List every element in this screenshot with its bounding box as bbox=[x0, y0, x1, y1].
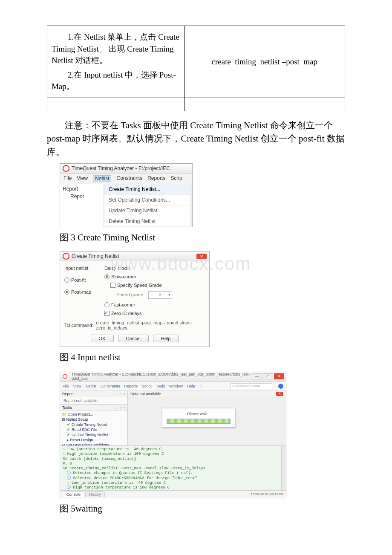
speed-grade-row: Speed grade: 3 bbox=[116, 291, 205, 299]
figure-4: Create Timing Netlist ✕ Input netlist Po… bbox=[60, 251, 210, 347]
fig5-main-pane: Data not available ✕ Please wait... bbox=[128, 391, 286, 445]
checkbox-icon bbox=[104, 311, 110, 316]
task-reset-design[interactable]: ▸ Reset Design bbox=[67, 437, 127, 442]
menu-constraints[interactable]: Constraints bbox=[101, 384, 120, 388]
fig5-menubar: File View Netlist Constraints Reports Sc… bbox=[60, 382, 286, 391]
clock-icon bbox=[63, 165, 69, 172]
progress-bar bbox=[167, 419, 231, 424]
figure-3-caption: 图 3 Create Timing Netlist bbox=[60, 231, 345, 243]
figure-3: TimeQuest Timing Analyzer - E:/project/I… bbox=[60, 163, 193, 227]
menu-item-create-timing-netlist[interactable]: Create Timing Netlist... bbox=[104, 184, 190, 195]
menu-reports[interactable]: Reports bbox=[124, 384, 138, 388]
delay-model-label: Delay model bbox=[104, 266, 205, 271]
fig3-report-header: Report bbox=[63, 186, 101, 192]
post-map-label: Post-map bbox=[71, 289, 91, 295]
menu-script[interactable]: Script bbox=[142, 384, 152, 388]
menu-netlist[interactable]: Netlist bbox=[86, 384, 96, 388]
cancel-button[interactable]: Cancel bbox=[118, 335, 149, 342]
table-empty-right bbox=[184, 98, 345, 111]
task-create-timing-netlist[interactable]: ✔Create Timing Netlist bbox=[67, 422, 127, 427]
radio-fast-corner[interactable]: Fast-corner bbox=[104, 302, 205, 307]
menu-file[interactable]: File bbox=[63, 384, 69, 388]
console-line: Low junction temperature is -40 degrees … bbox=[63, 447, 283, 452]
menu-window[interactable]: Window bbox=[169, 384, 183, 388]
menu-item-set-operating-conditions[interactable]: Set Operating Conditions... bbox=[104, 195, 190, 205]
tasks-panel-header: Tasks ⎍ ⤢ × bbox=[60, 405, 127, 411]
menu-netlist[interactable]: Netlist bbox=[93, 175, 111, 182]
fig3-dropdown: Create Timing Netlist... Set Operating C… bbox=[104, 184, 190, 227]
fig3-report-panel: Report Repor bbox=[60, 184, 104, 227]
heart-icon[interactable]: ♡ bbox=[199, 384, 203, 388]
radio-slow-corner[interactable]: Slow-corner bbox=[104, 274, 205, 279]
zero-ic-delays-label: Zero IC delays bbox=[111, 311, 142, 316]
checkbox-zero-ic-delays[interactable]: Zero IC delays bbox=[104, 311, 205, 316]
menu-reports[interactable]: Reports bbox=[147, 175, 165, 182]
tcl-command-value: create_timing_netlist -post_map -model s… bbox=[96, 320, 205, 330]
console-line: High junction temperature is 100 degrees… bbox=[67, 486, 283, 490]
task-netlist-setup[interactable]: ⊟ Netlist Setup bbox=[62, 417, 127, 422]
speed-grade-select[interactable]: 3 bbox=[148, 291, 172, 299]
menu-file[interactable]: File bbox=[63, 175, 72, 182]
figure-5-caption: 图 5waiting bbox=[60, 503, 345, 515]
tab-console[interactable]: Console bbox=[63, 491, 84, 497]
console-panel: Low junction temperature is -40 degrees … bbox=[60, 445, 286, 490]
panel-controls-icon[interactable]: ⎍ ⤢ × bbox=[116, 406, 125, 410]
figure-5: TimeQuest Timing Analyzer - E:/project/I… bbox=[60, 371, 286, 498]
please-wait-label: Please wait... bbox=[167, 412, 231, 416]
step-2: 2.在 Input netlist 中，选择 Post-Map。 bbox=[52, 69, 180, 92]
ok-button[interactable]: OK bbox=[91, 335, 114, 342]
instruction-table: 1.在 Netlist 菜单上，点击 Create Timing Netlist… bbox=[47, 26, 345, 111]
fig5-title: TimeQuest Timing Analyzer - E:/project/I… bbox=[72, 372, 252, 381]
fig3-title: TimeQuest Timing Analyzer - E:/project/I… bbox=[72, 165, 170, 171]
menu-help[interactable]: Help bbox=[187, 384, 195, 388]
please-wait-dialog: Please wait... bbox=[162, 408, 235, 428]
search-input[interactable]: Search altera.com bbox=[231, 383, 272, 389]
report-panel-header: Report ⎍ ⤢ bbox=[60, 391, 127, 397]
fig5-titlebar: TimeQuest Timing Analyzer - E:/project/I… bbox=[60, 371, 286, 382]
tasks-list: 📁 Open Project... ⊟ Netlist Setup ✔Creat… bbox=[62, 412, 127, 448]
note-paragraph: 注意：不要在 Tasks 面板中使用 Create Timing Netlist… bbox=[47, 119, 345, 159]
radio-post-map[interactable]: Post-map bbox=[64, 289, 98, 295]
fig4-title: Create Timing Netlist bbox=[72, 253, 119, 259]
fast-corner-label: Fast-corner bbox=[111, 302, 135, 307]
console-line: #: 0 bbox=[63, 462, 283, 466]
task-open-project[interactable]: 📁 Open Project... bbox=[62, 412, 127, 417]
menu-item-delete-timing-netlist[interactable]: Delete Timing Netlist bbox=[104, 216, 190, 227]
input-netlist-label: Input netlist bbox=[64, 266, 98, 271]
tasks-header-label: Tasks bbox=[62, 405, 72, 410]
search-go-icon[interactable] bbox=[278, 384, 283, 389]
close-icon[interactable]: ✕ bbox=[196, 254, 207, 259]
menu-constraints[interactable]: Constraints bbox=[116, 175, 142, 182]
radio-icon bbox=[64, 278, 69, 283]
clock-icon bbox=[63, 374, 67, 379]
menu-item-update-timing-netlist[interactable]: Update Timing Netlist bbox=[104, 205, 190, 216]
table-left-cell: 1.在 Netlist 菜单上，点击 Create Timing Netlist… bbox=[47, 26, 184, 98]
menu-view[interactable]: View bbox=[77, 175, 88, 182]
radio-icon bbox=[64, 289, 69, 295]
help-button[interactable]: Help bbox=[153, 335, 179, 342]
panel-controls-icon[interactable]: ⎍ ⤢ bbox=[119, 392, 125, 396]
checkbox-specify-speed-grade[interactable]: Specify Speed Grade bbox=[110, 283, 205, 288]
status-bar: 100% 00:01:49 100% bbox=[251, 492, 283, 496]
console-line: High junction temperature is 100 degrees… bbox=[63, 452, 283, 457]
clock-icon bbox=[63, 253, 69, 260]
menu-tools[interactable]: Tools bbox=[156, 384, 165, 388]
scrollbar[interactable] bbox=[281, 446, 286, 490]
menu-view[interactable]: View bbox=[73, 384, 81, 388]
maximize-icon[interactable]: ▭ bbox=[263, 373, 273, 379]
console-tabs: Console History 100% 00:01:49 100% bbox=[60, 490, 286, 498]
task-read-sdc-file[interactable]: ✔Read SDC File bbox=[67, 427, 127, 432]
console-line: %# catch {delete_timing_netlist} bbox=[63, 457, 283, 462]
radio-post-fit[interactable]: Post-fit bbox=[64, 278, 98, 283]
report-header-label: Report bbox=[62, 392, 74, 396]
data-tab-header: Data not available ✕ bbox=[128, 391, 286, 397]
menu-script[interactable]: Scrip bbox=[170, 175, 182, 182]
task-update-timing-netlist[interactable]: ✔Update Timing Netlist bbox=[67, 432, 127, 437]
close-icon[interactable]: ✕ bbox=[276, 392, 283, 396]
radio-icon bbox=[104, 274, 110, 279]
data-tab-label: Data not available bbox=[130, 392, 161, 396]
close-icon[interactable]: ✕ bbox=[274, 373, 284, 379]
minimize-icon[interactable]: — bbox=[252, 373, 262, 379]
tab-history[interactable]: History bbox=[85, 491, 105, 497]
table-right-cell: create_timing_netlist –post_map bbox=[184, 26, 345, 98]
